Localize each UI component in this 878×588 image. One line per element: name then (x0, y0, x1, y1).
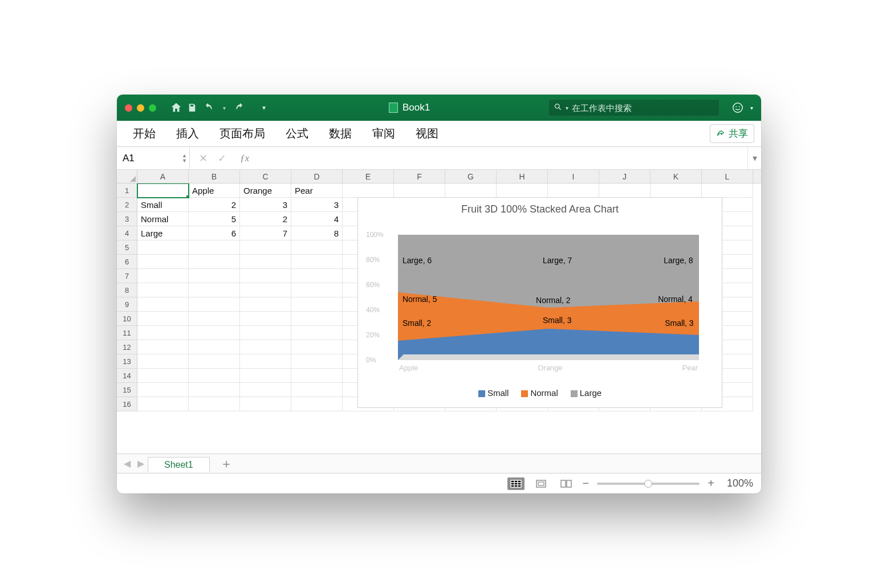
cell[interactable] (394, 183, 445, 198)
expand-formula-bar-icon[interactable]: ▾ (747, 147, 761, 169)
cell[interactable] (189, 255, 240, 269)
cell[interactable] (343, 183, 394, 198)
cell[interactable] (189, 240, 240, 255)
redo-icon[interactable] (234, 101, 246, 114)
tab-insert[interactable]: 插入 (167, 122, 208, 145)
cell[interactable]: 2 (240, 212, 291, 226)
cell[interactable] (651, 183, 702, 198)
column-header[interactable]: I (548, 170, 599, 183)
cell[interactable]: 6 (189, 226, 240, 240)
cell[interactable] (137, 340, 189, 354)
cell[interactable] (189, 269, 240, 283)
tab-view[interactable]: 视图 (407, 122, 448, 145)
row-header[interactable]: 16 (117, 397, 137, 411)
cell[interactable] (240, 297, 291, 312)
cell[interactable] (240, 283, 291, 297)
cell[interactable] (291, 383, 343, 397)
cell[interactable] (291, 340, 343, 354)
zoom-slider-thumb[interactable] (644, 480, 652, 488)
column-header[interactable]: B (189, 170, 240, 183)
row-header[interactable]: 8 (117, 283, 137, 297)
row-header[interactable]: 6 (117, 255, 137, 269)
tab-home[interactable]: 开始 (124, 122, 165, 145)
name-box[interactable]: A1 ▲▼ (117, 147, 190, 169)
feedback-dropdown-icon[interactable]: ▾ (750, 105, 753, 111)
column-header[interactable]: D (291, 170, 343, 183)
add-sheet-button[interactable]: ＋ (210, 455, 243, 472)
cell[interactable] (137, 240, 189, 255)
sheet-nav-next-icon[interactable]: ▶ (134, 458, 148, 469)
cell[interactable]: 2 (189, 198, 240, 212)
tab-data[interactable]: 数据 (320, 122, 361, 145)
cell[interactable] (189, 283, 240, 297)
cell[interactable] (137, 397, 189, 411)
cell[interactable] (291, 312, 343, 326)
cell[interactable]: 3 (291, 198, 343, 212)
row-header[interactable]: 7 (117, 269, 137, 283)
cell[interactable]: 3 (240, 198, 291, 212)
sheet-nav-prev-icon[interactable]: ◀ (120, 458, 134, 469)
qat-overflow-icon[interactable]: ▾ (258, 101, 270, 114)
select-all-corner[interactable] (117, 170, 137, 183)
cell[interactable] (137, 269, 189, 283)
row-header[interactable]: 11 (117, 326, 137, 340)
view-page-break-icon[interactable] (558, 477, 575, 490)
row-header[interactable]: 3 (117, 212, 137, 226)
spreadsheet-grid[interactable]: ABCDEFGHIJKL 1AppleOrangePear2Small2333N… (117, 170, 761, 454)
view-normal-icon[interactable] (507, 477, 525, 490)
cell[interactable] (240, 240, 291, 255)
zoom-level[interactable]: 100% (727, 477, 753, 489)
row-header[interactable]: 14 (117, 369, 137, 383)
cell[interactable] (137, 283, 189, 297)
feedback-icon[interactable] (730, 100, 746, 116)
column-header[interactable]: H (497, 170, 548, 183)
row-header[interactable]: 10 (117, 312, 137, 326)
sheet-tab-active[interactable]: Sheet1 (148, 457, 210, 472)
cancel-formula-icon[interactable]: ✕ (199, 152, 208, 165)
undo-dropdown-icon[interactable]: ▾ (218, 101, 230, 114)
search-input[interactable] (572, 103, 714, 113)
cell[interactable] (137, 312, 189, 326)
cell[interactable] (445, 183, 497, 198)
cell[interactable] (240, 369, 291, 383)
cell[interactable] (189, 354, 240, 369)
cell[interactable] (548, 183, 599, 198)
column-header[interactable]: F (394, 170, 445, 183)
cell[interactable] (240, 397, 291, 411)
view-page-layout-icon[interactable] (533, 477, 550, 490)
cell[interactable]: Normal (137, 212, 189, 226)
cell[interactable] (291, 369, 343, 383)
row-header[interactable]: 4 (117, 226, 137, 240)
cell[interactable]: Small (137, 198, 189, 212)
column-header[interactable]: J (599, 170, 651, 183)
name-box-stepper[interactable]: ▲▼ (182, 153, 187, 164)
search-box[interactable]: ▾ (548, 99, 720, 116)
cell[interactable] (240, 312, 291, 326)
row-header[interactable]: 5 (117, 240, 137, 255)
row-header[interactable]: 2 (117, 198, 137, 212)
minimize-window-button[interactable] (137, 104, 144, 112)
home-icon[interactable] (170, 101, 182, 114)
zoom-out-button[interactable]: − (583, 477, 590, 490)
cell[interactable] (240, 269, 291, 283)
cell[interactable]: Orange (240, 183, 291, 198)
cell[interactable] (240, 326, 291, 340)
column-header[interactable]: L (702, 170, 753, 183)
cell[interactable]: 7 (240, 226, 291, 240)
cell[interactable] (137, 255, 189, 269)
fx-icon[interactable]: ƒx (237, 153, 253, 164)
save-icon[interactable] (186, 101, 198, 114)
column-header[interactable]: C (240, 170, 291, 183)
cell[interactable] (702, 183, 753, 198)
cell[interactable] (291, 397, 343, 411)
cell[interactable] (240, 255, 291, 269)
cell[interactable] (291, 354, 343, 369)
zoom-in-button[interactable]: + (708, 477, 714, 490)
tab-pagelayout[interactable]: 页面布局 (210, 122, 274, 145)
search-dropdown-icon[interactable]: ▾ (566, 105, 568, 111)
row-header[interactable]: 1 (117, 183, 137, 198)
row-header[interactable]: 12 (117, 340, 137, 354)
undo-icon[interactable] (202, 101, 214, 114)
cell[interactable]: 8 (291, 226, 343, 240)
row-header[interactable]: 9 (117, 297, 137, 312)
